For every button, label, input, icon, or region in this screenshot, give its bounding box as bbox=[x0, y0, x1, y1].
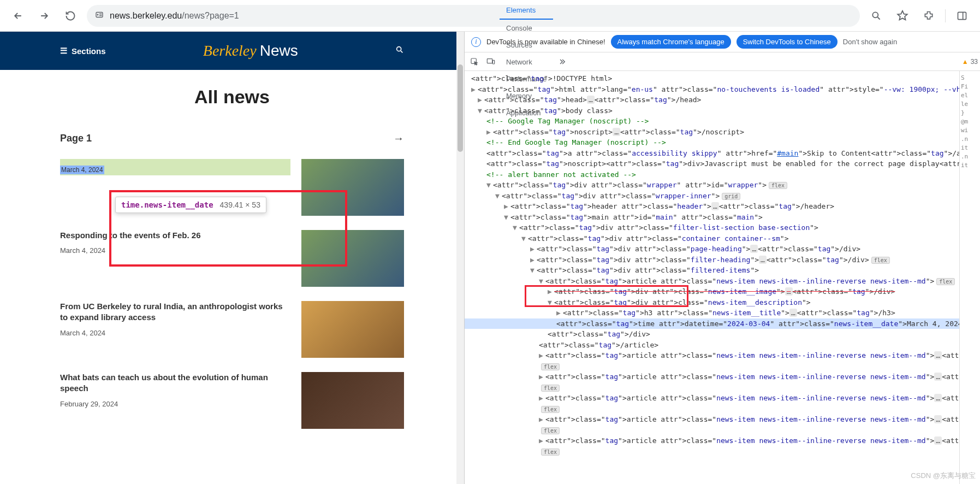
news-item-image bbox=[301, 301, 404, 358]
page-viewport: Sections BerkeleyNews All news Page 1 → … bbox=[0, 32, 464, 484]
news-item-date: February 29, 2024 bbox=[60, 400, 290, 408]
site-info-icon[interactable] bbox=[94, 10, 104, 22]
tree-line[interactable]: flex bbox=[465, 425, 959, 436]
watermark: CSDN @东离与糖宝 bbox=[911, 471, 976, 481]
news-item[interactable]: Responding to the events of Feb. 26March… bbox=[60, 226, 404, 297]
inspector-tooltip: time.news-item__date 439.41 × 53 bbox=[115, 197, 266, 213]
tree-line[interactable]: <attr">class="tag">a attr">class="access… bbox=[465, 148, 959, 159]
tree-line[interactable]: ▼<attr">class="tag">div attr">class="fil… bbox=[465, 265, 959, 276]
tree-line[interactable]: <attr">class="tag">noscript><attr">class… bbox=[465, 158, 959, 169]
tree-line[interactable]: ▼<attr">class="tag">div attr">class="con… bbox=[465, 233, 959, 244]
elements-tree[interactable]: <attr">class="tag">!DOCTYPE html>▶<attr"… bbox=[465, 71, 959, 484]
tooltip-selector: time.news-item__date bbox=[121, 200, 213, 209]
tree-line[interactable]: ▶<attr">class="tag">div attr">class="pag… bbox=[465, 244, 959, 255]
switch-language-button[interactable]: Switch DevTools to Chinese bbox=[737, 35, 838, 49]
tree-line[interactable]: ▼<attr">class="tag">main attr">id="main"… bbox=[465, 212, 959, 223]
search-icon[interactable] bbox=[395, 45, 404, 56]
svg-rect-7 bbox=[492, 60, 494, 64]
extensions-icon[interactable] bbox=[919, 6, 939, 26]
styles-sidebar[interactable]: SFielle}@mwi.nit.nit bbox=[959, 71, 980, 484]
match-language-button[interactable]: Always match Chrome's language bbox=[611, 35, 731, 49]
page-scrollbar[interactable] bbox=[456, 32, 464, 484]
svg-point-1 bbox=[97, 14, 98, 15]
tree-line[interactable]: ▶<attr">class="tag">article attr">class=… bbox=[465, 414, 959, 425]
tree-line[interactable]: ▶<attr">class="tag">div attr">class="fil… bbox=[465, 255, 959, 265]
tree-line[interactable]: ▶<attr">class="tag">h3 attr">class="news… bbox=[465, 308, 959, 318]
tree-line[interactable]: ▶<attr">class="tag">header attr">class="… bbox=[465, 201, 959, 212]
dont-show-button[interactable]: Don't show again bbox=[843, 38, 897, 46]
tree-line[interactable]: <attr">class="tag">/div> bbox=[465, 329, 959, 340]
tree-line[interactable]: <!-- End Google Tag Manager (noscript) -… bbox=[465, 137, 959, 148]
devtools-tab-network[interactable]: Network bbox=[500, 54, 553, 70]
site-logo[interactable]: BerkeleyNews bbox=[203, 42, 298, 60]
page-content: All news Page 1 → community and peaceful… bbox=[0, 70, 464, 484]
svg-rect-6 bbox=[487, 58, 492, 63]
news-item-date: March 4, 2024 bbox=[60, 329, 290, 337]
tree-line[interactable]: ▼<attr">class="tag">div attr">class="wra… bbox=[465, 191, 959, 202]
back-button[interactable] bbox=[8, 6, 28, 26]
more-tabs-icon[interactable] bbox=[554, 54, 569, 69]
news-item-image bbox=[301, 159, 404, 216]
tree-line[interactable]: ▼<attr">class="tag">div attr">class="fil… bbox=[465, 222, 959, 233]
warning-badge[interactable]: ▲33 bbox=[962, 58, 978, 66]
news-item-title: From UC Berkeley to rural India, an anth… bbox=[60, 301, 290, 323]
tree-line[interactable]: flex bbox=[465, 382, 959, 393]
hamburger-icon bbox=[60, 46, 67, 56]
devtools-panel: i DevTools is now available in Chinese! … bbox=[464, 32, 980, 484]
reload-button[interactable] bbox=[61, 6, 80, 26]
logo-berkeley: Berkeley bbox=[203, 42, 257, 59]
info-icon: i bbox=[471, 37, 481, 47]
tree-line[interactable]: ▶<attr">class="tag">article attr">class=… bbox=[465, 371, 959, 382]
news-item-date: March 4, 2024 bbox=[60, 246, 290, 255]
device-icon[interactable] bbox=[483, 54, 498, 69]
tree-line[interactable]: ▶<attr">class="tag">article attr">class=… bbox=[465, 393, 959, 404]
forward-button[interactable] bbox=[34, 6, 54, 26]
url-bar[interactable]: news.berkeley.edu/news?page=1 bbox=[87, 5, 860, 27]
tree-line[interactable]: flex bbox=[465, 404, 959, 415]
tooltip-dims: 439.41 × 53 bbox=[220, 200, 260, 209]
news-item-image bbox=[301, 230, 404, 287]
news-item[interactable]: community and peaceful protestMarch 4, 2… bbox=[60, 155, 404, 226]
news-item[interactable]: From UC Berkeley to rural India, an anth… bbox=[60, 297, 404, 368]
sections-button[interactable]: Sections bbox=[60, 46, 106, 56]
inspect-icon[interactable] bbox=[467, 54, 482, 69]
tree-line[interactable]: ▶<attr">class="tag">noscript>…<attr">cla… bbox=[465, 127, 959, 138]
logo-news: News bbox=[260, 42, 298, 59]
tree-line[interactable]: ▼<attr">class="tag">div attr">class="wra… bbox=[465, 180, 959, 191]
tree-line[interactable]: ▶<attr">class="tag">article attr">class=… bbox=[465, 435, 959, 446]
tree-line[interactable]: flex bbox=[465, 361, 959, 372]
site-header: Sections BerkeleyNews bbox=[0, 32, 464, 70]
tree-line[interactable]: <!-- alert banner not activated --> bbox=[465, 169, 959, 180]
news-item-image bbox=[301, 372, 404, 429]
news-item-title: Responding to the events of Feb. 26 bbox=[60, 230, 290, 241]
news-item-title: What bats can teach us about the evoluti… bbox=[60, 372, 290, 394]
tree-line[interactable]: <attr">class="tag">/article> bbox=[465, 340, 959, 351]
devtools-tab-elements[interactable]: Elements bbox=[500, 2, 553, 20]
tree-line[interactable]: ▼<attr">class="tag">body class> bbox=[465, 105, 959, 116]
svg-point-2 bbox=[872, 12, 878, 17]
bookmark-icon[interactable] bbox=[893, 6, 912, 26]
tree-line[interactable]: <attr">class="tag">!DOCTYPE html> bbox=[465, 73, 959, 84]
tree-line[interactable]: ▼<attr">class="tag">div attr">class="new… bbox=[465, 297, 959, 308]
tree-line[interactable]: flex bbox=[465, 446, 959, 457]
browser-toolbar: news.berkeley.edu/news?page=1 bbox=[0, 0, 980, 32]
svg-rect-3 bbox=[958, 12, 966, 19]
tree-line[interactable]: ▶<attr">class="tag">head>…<attr">class="… bbox=[465, 95, 959, 105]
url-text: news.berkeley.edu/news?page=1 bbox=[110, 11, 239, 21]
devtools-tab-sources[interactable]: Sources bbox=[500, 37, 553, 54]
news-item[interactable]: What bats can teach us about the evoluti… bbox=[60, 368, 404, 439]
devtools-tab-console[interactable]: Console bbox=[500, 20, 553, 37]
tree-line[interactable]: ▶<attr">class="tag">div attr">class="new… bbox=[465, 286, 959, 297]
sections-label: Sections bbox=[72, 46, 106, 56]
page-heading: All news bbox=[60, 86, 404, 108]
tree-line[interactable]: ▶<attr">class="tag">html attr">lang="en-… bbox=[465, 84, 959, 95]
tree-line[interactable]: ▼<attr">class="tag">article attr">class=… bbox=[465, 276, 959, 287]
tree-line[interactable]: <!-- Google Tag Manager (noscript) --> bbox=[465, 116, 959, 127]
devtools-tabbar: ElementsConsoleSourcesNetworkPerformance… bbox=[465, 52, 980, 71]
zoom-icon[interactable] bbox=[866, 6, 886, 26]
sidepanel-icon[interactable] bbox=[952, 6, 972, 26]
svg-point-4 bbox=[397, 47, 401, 51]
tree-line[interactable]: <attr">class="tag">time attr">datetime="… bbox=[465, 318, 959, 329]
tree-line[interactable]: ▶<attr">class="tag">article attr">class=… bbox=[465, 350, 959, 361]
next-page-arrow[interactable]: → bbox=[393, 132, 404, 145]
